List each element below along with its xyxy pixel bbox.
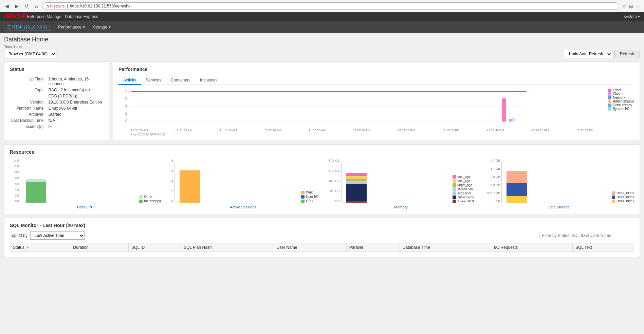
status-value: Linux x86 64-bit	[47, 105, 104, 111]
sql-toolbar-left: Top 20 by Last Active Time	[10, 231, 85, 240]
toolbar-row: Browser (GMT-04:00) 1 min Auto-Refresh R…	[4, 50, 640, 58]
legend-admin: Administrative	[608, 99, 634, 103]
performance-card: Performance Activity Services Containers…	[113, 61, 640, 141]
user-menu[interactable]: system ▾	[624, 14, 640, 19]
performance-menu[interactable]: Performance ▾	[54, 22, 89, 32]
timezone-label: Time Zone	[4, 44, 640, 49]
filter-input[interactable]	[539, 232, 634, 239]
x-label: 11:46:40 AM	[220, 129, 237, 132]
col-parallel[interactable]: Parallel	[346, 243, 400, 252]
perf-tabs: Activity Services Containers Instances	[118, 76, 634, 85]
sql-table: Status ▾ Duration SQL ID SQL Plan Hash U…	[10, 243, 634, 252]
status-label: Archiver	[10, 111, 47, 117]
x-label: 12:32:00 PM	[576, 129, 593, 132]
svg-text:0: 0	[125, 119, 127, 123]
col-sql-plan-hash[interactable]: SQL Plan Hash	[181, 243, 274, 252]
col-sql-id[interactable]: SQL ID	[129, 243, 181, 252]
col-user-name[interactable]: User Name	[274, 243, 346, 252]
status-label: Version	[10, 99, 47, 105]
status-card: Status Up Time 1 hours, 4 minutes, 16 se…	[4, 61, 109, 141]
x-axis-labels: 11:35:20 AM 11:41:00 AM 11:46:40 AM 11:5…	[118, 129, 634, 132]
address-bar[interactable]: Not secure | https://10.61.180.21:5500/e…	[42, 2, 619, 10]
status-label: Incident(s)	[10, 124, 47, 130]
x-label: 12:09:20 PM	[398, 129, 415, 132]
cpu-label: Host CPU	[77, 205, 94, 209]
nav-bar: ☰ NTAP (19.18.0.0.0) Performance ▾ Stora…	[0, 21, 644, 33]
status-label: Platform Name	[10, 105, 47, 111]
forward-button[interactable]: ▶	[13, 3, 20, 10]
x-label: 11:58:00 AM	[309, 129, 326, 132]
tab-containers[interactable]: Containers	[166, 76, 195, 85]
refresh-button[interactable]: Refresh	[614, 50, 640, 58]
extensions-button[interactable]: ⊞	[629, 3, 633, 9]
page-title: Database Home	[4, 36, 640, 43]
back-button[interactable]: ◀	[3, 3, 11, 10]
legend-concurrency: Concurrency	[608, 103, 634, 107]
cpu-chart: 14% 12% 10% 8% 6% 4% 2% 0%	[10, 159, 161, 209]
top20-select[interactable]: Last Active Time	[30, 231, 85, 240]
table-row: Last Backup Time N/A	[10, 117, 104, 124]
storage-chevron: ▾	[109, 25, 111, 30]
tab-services[interactable]: Services	[141, 76, 166, 85]
menu-button[interactable]: ⋯	[636, 3, 641, 9]
table-row: Incident(s) 0	[10, 124, 104, 130]
storage-menu[interactable]: Storage ▾	[89, 22, 115, 32]
chart-date-label: Aug 16, 2024 GMT-04:00	[118, 133, 634, 136]
db-instance-link[interactable]: ☰ NTAP (19.18.0.0.0)	[4, 24, 50, 31]
col-duration[interactable]: Duration	[70, 243, 129, 252]
sessions-legend: Wait User I/O CPU	[301, 190, 318, 203]
sql-monitor-card: SQL Monitor - Last Hour (20 max) Top 20 …	[4, 218, 640, 257]
col-sql-text[interactable]: SQL Text	[572, 243, 634, 252]
reload-button[interactable]: ↺	[23, 3, 31, 10]
status-performance-row: Status Up Time 1 hours, 4 minutes, 16 se…	[4, 61, 640, 141]
star-button[interactable]: ☆	[622, 3, 626, 9]
browser-actions: ☆ ⊞ ⋯	[622, 3, 641, 9]
url-text: https://10.61.180.21:5500/em/shell	[70, 4, 132, 8]
chart-legend: Other Cluster Network Administrative Con…	[608, 88, 634, 111]
memory-chart: 37.3 GB 27.9 GB 18.6 GB 9.3 GB 0 B	[326, 159, 477, 209]
status-table: Up Time 1 hours, 4 minutes, 16 seconds T…	[10, 76, 104, 130]
x-label: 11:41:00 AM	[175, 129, 192, 132]
x-label: 11:52:20 AM	[264, 129, 281, 132]
legend-cluster: Cluster	[608, 92, 634, 96]
resources-title: Resources	[10, 149, 634, 155]
performance-title: Performance	[118, 67, 634, 72]
table-row: Version 19.18.0.0.0 Enterprise Edition	[10, 99, 104, 105]
performance-label: Performance	[58, 25, 81, 30]
tab-activity[interactable]: Activity	[118, 76, 141, 85]
top20-label: Top 20 by	[10, 233, 27, 238]
auto-refresh-select[interactable]: 1 min Auto-Refresh	[564, 50, 612, 58]
table-row: Archiver Started	[10, 111, 104, 117]
tab-instances[interactable]: Instances	[195, 76, 222, 85]
svg-rect-11	[502, 98, 506, 122]
svg-text:8: 8	[125, 89, 127, 93]
svg-text:6: 6	[125, 97, 127, 100]
svg-text:2: 2	[125, 112, 127, 115]
page-content: Database Home Time Zone Browser (GMT-04:…	[0, 33, 644, 260]
status-label: Type	[10, 87, 47, 93]
col-status[interactable]: Status ▾	[10, 243, 70, 252]
sort-icon: ▾	[27, 245, 29, 250]
status-title: Status	[10, 67, 104, 72]
home-button[interactable]: ⌂	[33, 3, 39, 10]
svg-rect-13	[512, 118, 515, 122]
refresh-controls: 1 min Auto-Refresh Refresh	[564, 50, 640, 58]
x-label: 12:26:20 PM	[531, 129, 549, 132]
status-value: 19.18.0.0.0 Enterprise Edition	[47, 99, 104, 105]
x-label: 11:35:20 AM	[131, 129, 148, 132]
sessions-chart: 8 6 4 2 0 Wait	[168, 159, 319, 209]
status-value: Started	[47, 111, 104, 117]
col-io-requests[interactable]: I/O Requests	[491, 243, 573, 252]
storage-chart: 4.7 GB 3.7 GB 2.8 GB 1.9 GB 953.7 MB 0 B	[483, 159, 634, 209]
table-row: Type RAC - 2 Instance(s) up	[10, 87, 104, 93]
x-label: 12:20:40 PM	[487, 129, 504, 132]
status-label	[10, 93, 47, 99]
x-label: 12:15:00 PM	[442, 129, 460, 132]
x-label: 12:03:40 PM	[353, 129, 370, 132]
oracle-logo: ORACLE	[4, 14, 25, 20]
legend-sysio: System I/O	[608, 107, 634, 111]
col-db-time[interactable]: Database Time	[400, 243, 491, 252]
status-value: N/A	[47, 117, 104, 124]
incidents-link[interactable]: 0	[48, 124, 51, 129]
timezone-select[interactable]: Browser (GMT-04:00)	[4, 50, 56, 58]
